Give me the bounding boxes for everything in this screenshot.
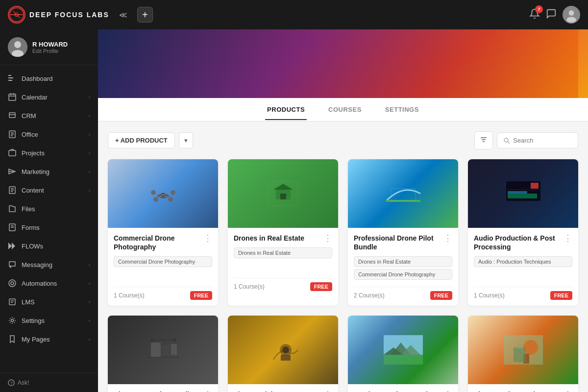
svg-point-8	[14, 41, 21, 48]
main-layout: R HOWARD Edit Profile Dashboard Cale	[0, 29, 588, 392]
chevron-right-icon: ›	[89, 95, 90, 100]
products-grid: Commercial Drone Photography ⋮ Commercia…	[108, 159, 578, 392]
sidebar-item-projects[interactable]: Projects ›	[0, 144, 98, 162]
card-menu-btn[interactable]: ⋮	[564, 390, 572, 392]
notif-badge: 7	[535, 5, 543, 13]
sidebar-item-messaging[interactable]: Messaging ›	[0, 255, 98, 274]
card-body: Landscape Photography: Basics ⋮ Photogra…	[348, 384, 458, 392]
card-footer: 1 Course(s) FREE	[114, 287, 212, 300]
tab-products[interactable]: PRODUCTS	[265, 99, 307, 120]
sidebar-item-files[interactable]: Files	[0, 199, 98, 218]
card-header-row: The Practicing Photographer ⋮	[234, 390, 332, 392]
svg-marker-34	[12, 243, 15, 249]
sidebar-item-flows[interactable]: FLOWs	[0, 237, 98, 255]
ask-btn[interactable]: ? Ask!	[0, 373, 98, 392]
edit-profile-link[interactable]: Edit Profile	[32, 48, 68, 54]
svg-rect-84	[384, 355, 423, 365]
chevron-right-icon: ›	[89, 318, 90, 323]
svg-rect-88	[514, 347, 526, 362]
filter-btn[interactable]	[474, 131, 493, 149]
product-card-practicing-photographer: The Practicing Photographer ⋮ The Practi…	[228, 316, 338, 392]
user-avatar-top[interactable]	[563, 6, 580, 24]
card-menu-btn[interactable]: ⋮	[203, 234, 212, 243]
user-info: R HOWARD Edit Profile	[32, 41, 68, 54]
svg-rect-17	[9, 113, 15, 118]
sidebar-label-projects: Projects	[22, 149, 45, 157]
card-menu-btn[interactable]: ⋮	[203, 390, 212, 392]
svg-line-48	[508, 142, 510, 144]
sidebar-label-content: Content	[22, 187, 44, 194]
svg-point-56	[171, 190, 175, 195]
messages-btn[interactable]	[546, 8, 557, 21]
card-body: Drones in Real Estate ⋮ Drones in Real E…	[228, 228, 338, 297]
card-menu-btn[interactable]: ⋮	[323, 234, 332, 243]
svg-rect-11	[8, 77, 13, 78]
sidebar-item-lms[interactable]: LMS ›	[0, 293, 98, 311]
user-name: R HOWARD	[32, 41, 68, 48]
svg-point-6	[566, 17, 576, 23]
sidebar-item-content[interactable]: Content ›	[0, 181, 98, 199]
card-menu-btn[interactable]: ⋮	[323, 390, 332, 392]
svg-rect-12	[8, 80, 12, 81]
card-title: Cinematography Bundle	[114, 390, 203, 392]
search-box	[497, 132, 578, 148]
add-new-btn[interactable]: +	[137, 7, 153, 23]
chevron-right-icon: ›	[89, 337, 90, 342]
card-title: The Practicing Photographer	[234, 390, 323, 392]
sidebar-item-crm[interactable]: CRM ›	[0, 106, 98, 125]
sidebar-item-office[interactable]: Office ›	[0, 125, 98, 144]
svg-rect-66	[531, 183, 539, 189]
tag: Drones in Real Estate	[234, 247, 332, 258]
content-area: PRODUCTS COURSES SETTINGS + ADD PRODUCT …	[98, 29, 588, 392]
card-body: Audio Production & Post Processing ⋮ Aud…	[468, 228, 578, 306]
brand-name: DEEP FOCUS LABS	[29, 11, 109, 19]
sidebar-item-dashboard[interactable]: Dashboard	[0, 69, 98, 88]
sidebar-label-dashboard: Dashboard	[22, 75, 53, 82]
svg-rect-89	[517, 345, 522, 349]
sidebar-label-calendar: Calendar	[22, 94, 48, 101]
svg-rect-61	[280, 194, 286, 199]
sidebar-item-my-pages[interactable]: My Pages ›	[0, 330, 98, 348]
card-menu-btn[interactable]: ⋮	[443, 234, 452, 243]
sidebar-item-forms[interactable]: Forms	[0, 218, 98, 237]
ask-label: Ask!	[18, 379, 29, 386]
svg-rect-23	[9, 150, 16, 156]
card-image-drone	[108, 159, 218, 228]
product-card-landscape: Landscape Photography: Basics ⋮ Photogra…	[348, 316, 458, 392]
card-menu-btn[interactable]: ⋮	[443, 390, 452, 392]
tab-courses[interactable]: COURSES	[326, 99, 364, 120]
tag: Commercial Drone Photography	[114, 256, 212, 267]
content-icon	[8, 186, 17, 195]
chevron-right-icon: ›	[89, 150, 90, 156]
products-toolbar: + ADD PRODUCT ▾	[108, 131, 578, 149]
sidebar-label-automations: Automations	[22, 280, 57, 287]
sidebar-item-calendar[interactable]: Calendar ›	[0, 88, 98, 106]
settings-icon	[8, 316, 17, 325]
chevron-right-icon: ›	[89, 169, 90, 174]
product-card-cinematography: Cinematography Bundle ⋮ Cinematography S…	[108, 316, 218, 392]
card-image-audio	[468, 159, 578, 228]
my-pages-icon	[8, 335, 17, 343]
sidebar-item-automations[interactable]: Automations ›	[0, 274, 98, 293]
product-card-drones-estate: Drones in Real Estate ⋮ Drones in Real E…	[228, 159, 338, 306]
tab-settings[interactable]: SETTINGS	[383, 99, 421, 120]
chevron-right-icon: ›	[89, 281, 90, 286]
toolbar-left: + ADD PRODUCT ▾	[108, 132, 193, 148]
user-section: R HOWARD Edit Profile	[0, 29, 98, 65]
svg-point-36	[9, 280, 16, 287]
card-menu-btn[interactable]: ⋮	[564, 234, 572, 243]
collapse-sidebar-btn[interactable]: ≪	[115, 8, 131, 22]
sidebar-item-marketing[interactable]: Marketing ›	[0, 162, 98, 181]
notifications-btn[interactable]: 7	[529, 8, 540, 21]
sidebar-item-settings[interactable]: Settings ›	[0, 311, 98, 330]
free-badge: FREE	[550, 291, 572, 300]
tag: Commercial Drone Photography	[354, 269, 452, 280]
dropdown-btn[interactable]: ▾	[179, 132, 193, 148]
sidebar: R HOWARD Edit Profile Dashboard Cale	[0, 29, 98, 392]
add-product-btn[interactable]: + ADD PRODUCT	[108, 132, 175, 148]
card-body: Commercial Drone Photography ⋮ Commercia…	[108, 228, 218, 306]
nav-left: DEEP FOCUS LABS ≪ +	[8, 6, 153, 24]
search-input[interactable]	[513, 137, 572, 144]
card-footer: 1 Course(s) FREE	[474, 287, 572, 300]
svg-rect-43	[98, 29, 578, 98]
